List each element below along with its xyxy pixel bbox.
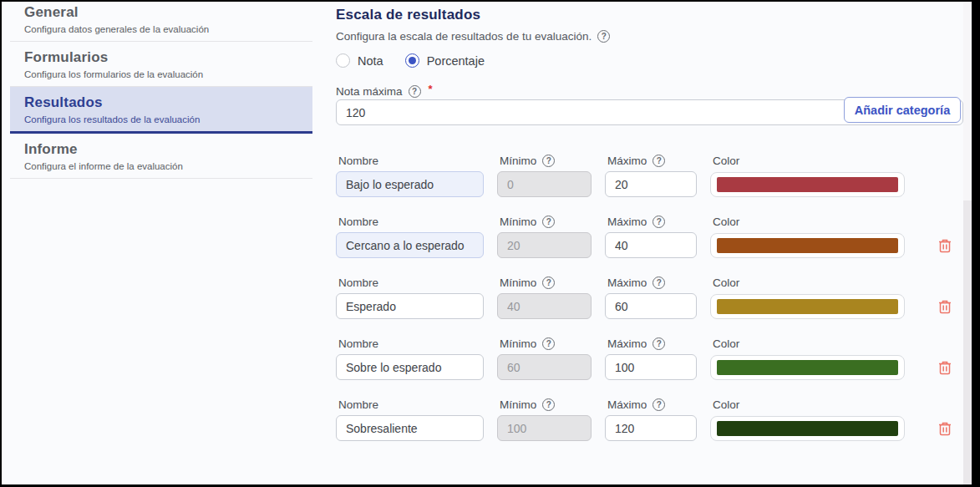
scale-type-radio[interactable]: Porcentaje (405, 53, 485, 68)
category-max-input[interactable] (605, 354, 697, 380)
category-name-input[interactable] (336, 415, 484, 441)
name-column-text: Nombre (338, 337, 378, 350)
sidebar-item-title: Formularios (24, 48, 298, 67)
trash-cell (918, 421, 943, 436)
sidebar-item[interactable]: Informe Configura el informe de la evalu… (10, 134, 312, 179)
category-color-picker[interactable] (710, 172, 905, 197)
color-column-text: Color (713, 337, 739, 350)
app-window: General Configura datos generales de la … (2, 2, 972, 484)
category-row-inputs (336, 293, 963, 319)
name-column-label: Nombre (338, 276, 486, 289)
min-column-text: Mínimo (500, 398, 536, 411)
color-column-text: Color (713, 398, 739, 411)
category-row: Nombre Mínimo Máximo Color (336, 276, 963, 319)
max-column-text: Máximo (607, 155, 647, 167)
category-min-input (497, 354, 592, 380)
color-column-text: Color (713, 276, 739, 289)
category-color-picker[interactable] (710, 294, 905, 319)
help-icon[interactable] (652, 337, 665, 350)
category-color-picker[interactable] (710, 355, 905, 380)
category-list: Nombre Mínimo Máximo Color (336, 155, 963, 459)
help-icon[interactable] (409, 85, 421, 98)
scrollbar-thumb[interactable] (963, 2, 972, 200)
delete-category-button[interactable] (938, 238, 952, 253)
trash-cell (918, 360, 943, 375)
category-name-input[interactable] (336, 232, 484, 258)
category-min-input (497, 293, 592, 319)
color-column-label: Color (713, 398, 907, 411)
page-title: Escala de resultados (336, 7, 480, 23)
required-asterisk: * (429, 83, 433, 95)
category-color-picker[interactable] (710, 416, 905, 441)
category-row-labels: Nombre Mínimo Máximo Color (338, 337, 963, 350)
radio-label: Nota (358, 54, 383, 68)
radio-label: Porcentaje (427, 54, 485, 68)
category-row: Nombre Mínimo Máximo Color (336, 216, 963, 258)
settings-sidebar: General Configura datos generales de la … (10, 2, 312, 179)
max-column-label: Máximo (607, 155, 699, 167)
color-column-label: Color (713, 276, 907, 289)
category-row-labels: Nombre Mínimo Máximo Color (338, 398, 963, 411)
min-column-label: Mínimo (500, 337, 594, 350)
color-column-label: Color (713, 155, 907, 167)
color-column-text: Color (713, 216, 739, 228)
category-min-input (497, 171, 592, 197)
help-icon[interactable] (597, 30, 610, 43)
scale-type-radio[interactable]: Nota (336, 53, 383, 68)
trash-cell (918, 238, 943, 253)
sidebar-item[interactable]: Resultados Configura los resultados de l… (10, 87, 312, 134)
help-icon[interactable] (542, 276, 555, 289)
sidebar-item-title: Resultados (24, 94, 298, 112)
help-icon[interactable] (542, 216, 555, 228)
help-icon[interactable] (652, 216, 665, 228)
category-row-inputs (336, 171, 963, 197)
min-column-label: Mínimo (500, 398, 594, 411)
add-category-button[interactable]: Añadir categoría (844, 97, 961, 123)
max-grade-label-row: Nota máxima * (336, 85, 433, 98)
delete-category-button[interactable] (938, 421, 952, 436)
sidebar-item[interactable]: General Configura datos generales de la … (10, 2, 312, 42)
help-icon[interactable] (652, 398, 665, 411)
min-column-text: Mínimo (500, 276, 536, 289)
delete-category-button[interactable] (938, 360, 952, 375)
category-color-bar (717, 177, 898, 192)
category-max-input[interactable] (605, 415, 697, 441)
help-icon[interactable] (542, 398, 555, 411)
category-name-input[interactable] (336, 293, 484, 319)
min-column-label: Mínimo (500, 216, 594, 228)
trash-icon (938, 421, 952, 436)
max-column-label: Máximo (607, 216, 699, 228)
category-color-bar (717, 238, 898, 253)
category-max-input[interactable] (605, 293, 697, 319)
category-color-bar (717, 421, 898, 436)
trash-icon (938, 299, 952, 314)
max-column-text: Máximo (607, 337, 647, 350)
page-subtitle: Configura la escala de resultados de tu … (336, 30, 592, 43)
radio-circle-icon[interactable] (405, 53, 419, 68)
category-color-picker[interactable] (710, 233, 905, 258)
color-column-label: Color (713, 337, 907, 350)
category-name-input[interactable] (336, 171, 484, 197)
min-column-text: Mínimo (500, 155, 536, 167)
scrollbar-track[interactable] (963, 2, 972, 484)
help-icon[interactable] (652, 276, 665, 289)
help-icon[interactable] (542, 155, 555, 167)
sidebar-item-subtitle: Configura los formularios de la evaluaci… (24, 68, 298, 81)
sidebar-item-subtitle: Configura datos generales de la evaluaci… (24, 23, 298, 36)
category-min-input (497, 415, 592, 441)
radio-circle-icon[interactable] (336, 53, 350, 68)
sidebar-item-subtitle: Configura los resultados de la evaluació… (24, 114, 298, 126)
color-column-label: Color (713, 216, 907, 228)
category-max-input[interactable] (605, 232, 697, 258)
help-icon[interactable] (542, 337, 555, 350)
name-column-label: Nombre (338, 155, 486, 167)
category-max-input[interactable] (605, 171, 697, 197)
name-column-label: Nombre (338, 398, 486, 411)
name-column-text: Nombre (338, 155, 378, 167)
sidebar-item[interactable]: Formularios Configura los formularios de… (10, 42, 312, 87)
help-icon[interactable] (652, 155, 665, 167)
page-subtitle-row: Configura la escala de resultados de tu … (336, 30, 610, 43)
category-color-bar (717, 360, 898, 375)
category-name-input[interactable] (336, 354, 484, 380)
delete-category-button[interactable] (938, 299, 952, 314)
